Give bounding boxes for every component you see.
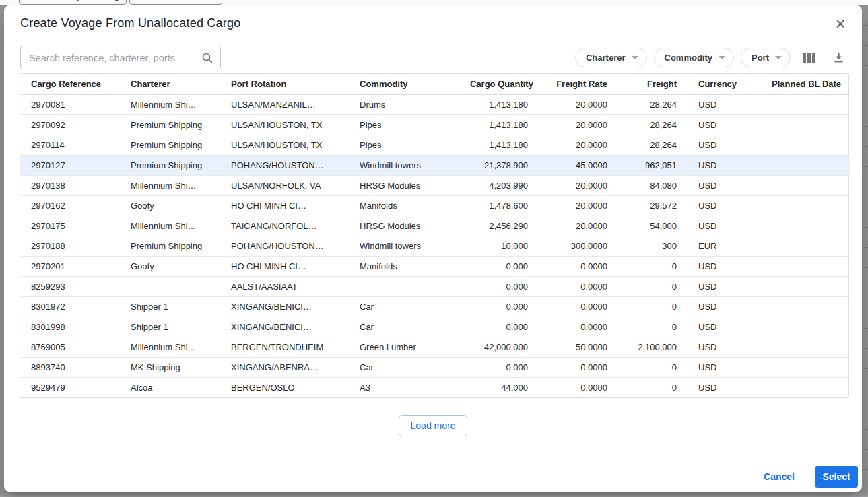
- table-row[interactable]: 2970092Premium ShippingULSAN/HOUSTON, TX…: [20, 114, 850, 135]
- cell-freight: 0: [618, 276, 688, 296]
- table-row[interactable]: 2970175Millennium Shi…TAICANG/NORFOL…HRS…: [20, 216, 850, 236]
- cell-freight: 0: [618, 317, 688, 337]
- cell-cargo_quantity: 1,413.180: [459, 114, 539, 135]
- cell-cargo_quantity: 0.000: [459, 276, 539, 296]
- download-button[interactable]: [827, 48, 850, 67]
- commodity-filter-dropdown[interactable]: Commodity: [654, 48, 735, 67]
- cell-port_rotation: ULSAN/HOUSTON, TX: [220, 114, 349, 135]
- cell-freight_rate: 20.0000: [539, 114, 618, 135]
- commodity-filter-label: Commodity: [665, 53, 713, 63]
- cell-freight_rate: 45.0000: [539, 155, 618, 175]
- column-header-port_rotation[interactable]: Port Rotation: [220, 74, 349, 94]
- cell-commodity: HRSG Modules: [349, 216, 459, 236]
- table-row[interactable]: 2970081Millennium Shi…ULSAN/MANZANIL…Dru…: [20, 94, 850, 114]
- table-row[interactable]: 8769005Millennium Shi…BERGEN/TRONDHEIMGr…: [20, 337, 850, 357]
- table-row[interactable]: 2970114Premium ShippingULSAN/HOUSTON, TX…: [20, 135, 850, 155]
- cell-ref: 9529479: [20, 377, 120, 397]
- search-icon: [201, 52, 213, 64]
- cell-planned_bl_date: [761, 195, 850, 216]
- cell-commodity: Pipes: [349, 114, 459, 135]
- cell-freight: 54,000: [618, 216, 688, 236]
- select-button[interactable]: Select: [815, 466, 858, 488]
- chevron-down-icon: [719, 56, 725, 59]
- cell-planned_bl_date: [761, 216, 850, 236]
- view-columns-icon: [803, 53, 815, 63]
- background-page-strip: Use CoA Template Cargo Use Unallocated C…: [0, 0, 868, 5]
- cell-ref: 2970201: [20, 256, 120, 276]
- cell-charterer: Premium Shipping: [120, 155, 220, 175]
- cell-freight_rate: 0.0000: [539, 357, 618, 377]
- table-row[interactable]: 8893740MK ShippingXINGANG/ABENRA…Car0.00…: [20, 357, 850, 377]
- cell-planned_bl_date: [761, 114, 850, 135]
- cell-charterer: Millennium Shi…: [120, 94, 220, 114]
- cell-cargo_quantity: 44.000: [459, 377, 539, 397]
- table-row[interactable]: 2970201GoofyHO CHI MINH CI…Manifolds0.00…: [20, 256, 850, 276]
- create-voyage-dialog: Create Voyage From Unallocated Cargo × C…: [4, 5, 862, 492]
- cell-ref: 8301972: [20, 296, 120, 317]
- column-header-planned_bl_date[interactable]: Planned BL Date: [761, 74, 850, 94]
- background-overlay-bottom: [0, 492, 868, 497]
- cell-cargo_quantity: 0.000: [459, 357, 539, 377]
- cell-charterer: Shipper 1: [120, 296, 220, 317]
- cell-commodity: Pipes: [349, 135, 459, 155]
- background-tab-coa-template-cargo: Use CoA Template Cargo: [19, 0, 127, 5]
- cell-ref: 2970175: [20, 216, 120, 236]
- table-row[interactable]: 9529479AlcoaBERGEN/OSLOA344.0000.00000US…: [20, 377, 850, 397]
- charterer-filter-label: Charterer: [586, 53, 626, 63]
- cell-planned_bl_date: [761, 175, 850, 195]
- cell-freight: 84,080: [618, 175, 688, 195]
- cell-cargo_quantity: 1,413.180: [459, 94, 539, 114]
- cell-ref: 8259293: [20, 276, 120, 296]
- cell-commodity: Drums: [349, 94, 459, 114]
- cell-port_rotation: AALST/AASIAAT: [220, 276, 349, 296]
- cell-commodity: Car: [349, 317, 459, 337]
- table-row[interactable]: 8259293AALST/AASIAAT0.0000.00000USD: [20, 276, 850, 296]
- cell-port_rotation: BERGEN/TRONDHEIM: [220, 337, 349, 357]
- cell-charterer: Goofy: [120, 256, 220, 276]
- cell-commodity: Car: [349, 296, 459, 317]
- cell-port_rotation: HO CHI MINH CI…: [220, 195, 349, 216]
- cell-freight: 962,051: [618, 155, 688, 175]
- cell-currency: USD: [688, 135, 761, 155]
- cancel-button[interactable]: Cancel: [758, 467, 800, 486]
- cell-currency: USD: [688, 276, 761, 296]
- table-row[interactable]: 2970138Millennium Shi…ULSAN/NORFOLK, VAH…: [20, 175, 850, 195]
- cell-freight_rate: 300.0000: [539, 236, 618, 256]
- table-row[interactable]: 2970188Premium ShippingPOHANG/HOUSTON…Wi…: [20, 236, 850, 256]
- column-header-commodity[interactable]: Commodity: [349, 74, 459, 94]
- cell-currency: USD: [688, 175, 761, 195]
- column-header-cargo_quantity[interactable]: Cargo Quantity: [459, 74, 539, 94]
- table-row[interactable]: 2970162GoofyHO CHI MINH CI…Manifolds1,47…: [20, 195, 850, 216]
- cell-ref: 2970092: [20, 114, 120, 135]
- cell-commodity: A3: [349, 377, 459, 397]
- charterer-filter-dropdown[interactable]: Charterer: [575, 48, 647, 67]
- port-filter-dropdown[interactable]: Port: [741, 48, 791, 67]
- search-input[interactable]: [29, 53, 201, 63]
- cell-commodity: Windmill towers: [349, 236, 459, 256]
- cell-ref: 2970162: [20, 195, 120, 216]
- cell-ref: 2970081: [20, 94, 120, 114]
- table-row[interactable]: 8301972Shipper 1XINGANG/BENICI…Car0.0000…: [20, 296, 850, 317]
- cell-commodity: Manifolds: [349, 195, 459, 216]
- cell-port_rotation: ULSAN/MANZANIL…: [220, 94, 349, 114]
- cell-charterer: [120, 276, 220, 296]
- column-header-charterer[interactable]: Charterer: [120, 74, 220, 94]
- cell-planned_bl_date: [761, 155, 850, 175]
- cell-currency: USD: [688, 256, 761, 276]
- column-header-ref[interactable]: Cargo Reference: [20, 74, 120, 94]
- cell-cargo_quantity: 0.000: [459, 317, 539, 337]
- cell-ref: 8769005: [20, 337, 120, 357]
- close-icon[interactable]: ×: [828, 12, 853, 36]
- cell-commodity: Manifolds: [349, 256, 459, 276]
- view-columns-button[interactable]: [797, 48, 820, 67]
- cell-freight: 0: [618, 377, 688, 397]
- column-header-freight_rate[interactable]: Freight Rate: [539, 74, 618, 94]
- table-row[interactable]: 2970127Premium ShippingPOHANG/HOUSTON…Wi…: [20, 155, 850, 175]
- table-row[interactable]: 8301998Shipper 1XINGANG/BENICI…Car0.0000…: [20, 317, 850, 337]
- cell-commodity: HRSG Modules: [349, 175, 459, 195]
- cell-cargo_quantity: 21,378.900: [459, 155, 539, 175]
- load-more-button[interactable]: Load more: [399, 415, 468, 436]
- column-header-currency[interactable]: Currency: [688, 74, 761, 94]
- column-header-freight[interactable]: Freight: [618, 74, 688, 94]
- cell-freight_rate: 20.0000: [539, 175, 618, 195]
